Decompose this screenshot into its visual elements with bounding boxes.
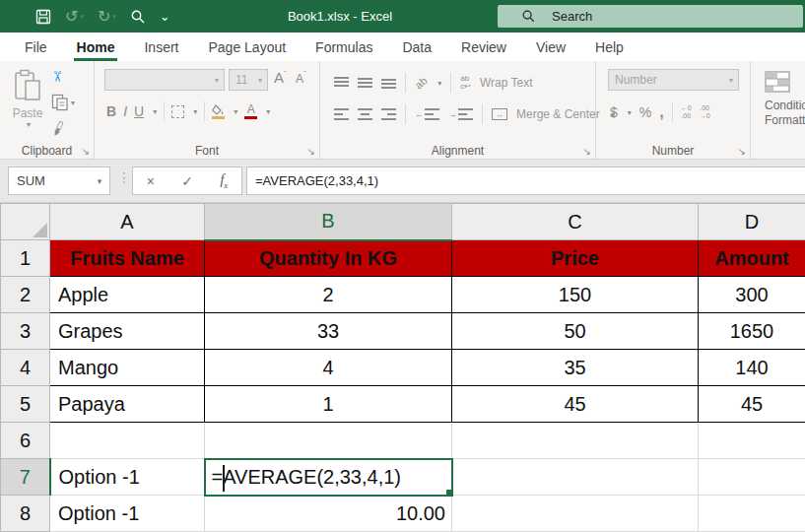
orientation-dropdown-icon[interactable]: ▾: [437, 79, 441, 88]
row-header-5[interactable]: 5: [1, 386, 50, 423]
font-dialog-launcher-icon[interactable]: ↘: [307, 147, 315, 157]
align-left-button[interactable]: [334, 108, 349, 120]
copy-button[interactable]: ▾: [51, 93, 91, 112]
column-header-a[interactable]: A: [50, 204, 205, 240]
borders-dropdown-icon[interactable]: ▾: [193, 107, 197, 116]
number-dialog-launcher-icon[interactable]: ↘: [738, 147, 746, 157]
search-icon[interactable]: [130, 9, 146, 25]
cell-D5[interactable]: 45: [699, 386, 805, 423]
percent-style-button[interactable]: %: [639, 104, 651, 120]
column-header-d[interactable]: D: [699, 204, 805, 240]
cell-A1[interactable]: Fruits Name: [50, 240, 205, 277]
cell-C1[interactable]: Price: [452, 240, 699, 277]
insert-function-button[interactable]: fx: [220, 172, 228, 190]
comma-style-button[interactable]: ,: [659, 103, 663, 121]
cell-C2[interactable]: 150: [452, 277, 699, 313]
save-icon[interactable]: [35, 9, 51, 25]
cell-B4[interactable]: 4: [205, 350, 452, 386]
select-all-button[interactable]: [1, 204, 50, 240]
increase-decimal-button[interactable]: ←0.00: [681, 104, 692, 119]
cell-D4[interactable]: 140: [699, 350, 805, 386]
cell-B5[interactable]: 1: [205, 386, 452, 423]
tab-file[interactable]: File: [10, 33, 62, 61]
formula-bar-drag-handle[interactable]: ⋮: [117, 169, 131, 185]
tab-page-layout[interactable]: Page Layout: [193, 33, 301, 61]
top-align-button[interactable]: [334, 77, 349, 89]
alignment-dialog-launcher-icon[interactable]: ↘: [583, 147, 591, 157]
cell-C4[interactable]: 35: [452, 350, 699, 386]
redo-icon[interactable]: ↻▾: [98, 9, 116, 25]
increase-indent-button[interactable]: →: [448, 108, 473, 120]
cell-C5[interactable]: 45: [452, 386, 699, 423]
cell-A4[interactable]: Mango: [50, 350, 205, 386]
underline-button[interactable]: U: [134, 103, 144, 119]
customize-quick-access-icon[interactable]: ⌄: [160, 10, 170, 23]
cell-A5[interactable]: Papaya: [50, 386, 205, 423]
underline-dropdown-icon[interactable]: ▾: [153, 107, 157, 116]
tab-review[interactable]: Review: [446, 33, 521, 61]
format-painter-button[interactable]: 🖌︎: [51, 118, 91, 138]
cell-D2[interactable]: 300: [699, 277, 805, 313]
cut-button[interactable]: ✂: [51, 67, 91, 87]
wrap-text-button[interactable]: Wrap Text: [480, 76, 533, 90]
tab-data[interactable]: Data: [387, 33, 446, 61]
merge-center-button[interactable]: Merge & Center: [516, 107, 600, 121]
orientation-icon[interactable]: ab: [413, 74, 430, 91]
fill-handle[interactable]: [445, 489, 452, 496]
cell-B8[interactable]: 10.00: [205, 496, 452, 532]
paste-button[interactable]: Paste ▾: [8, 69, 47, 144]
decrease-indent-button[interactable]: ←: [415, 108, 439, 120]
row-header-6[interactable]: 6: [1, 423, 50, 459]
accounting-format-button[interactable]: $: [610, 104, 618, 120]
row-header-8[interactable]: 8: [1, 496, 50, 532]
italic-button[interactable]: I: [123, 103, 127, 119]
tab-view[interactable]: View: [521, 33, 580, 61]
cell-B1[interactable]: Quantity In KG: [205, 240, 452, 277]
bottom-align-button[interactable]: [381, 77, 396, 89]
font-size-combo[interactable]: 11 ▾: [229, 69, 268, 91]
cell-B7-active-editing[interactable]: =AVERAGE(2,33,4,1): [205, 459, 452, 496]
name-box[interactable]: SUM ▾: [8, 166, 110, 195]
tab-help[interactable]: Help: [580, 33, 638, 61]
cell-D1[interactable]: Amount: [699, 240, 805, 277]
column-header-b[interactable]: B: [205, 204, 452, 240]
paste-dropdown-icon[interactable]: ▾: [27, 120, 31, 129]
cell-A6[interactable]: [50, 423, 205, 459]
conditional-formatting-button[interactable]: ConditionalFormatting: [765, 71, 805, 128]
align-center-button[interactable]: [358, 108, 372, 120]
clipboard-dialog-launcher-icon[interactable]: ↘: [82, 147, 90, 157]
font-name-combo[interactable]: ▾: [104, 69, 225, 91]
cell-D6[interactable]: [699, 423, 805, 459]
cell-A7[interactable]: Option -1: [50, 459, 205, 496]
accounting-dropdown-icon[interactable]: ▾: [628, 108, 632, 117]
decrease-decimal-button[interactable]: .00→0: [700, 104, 710, 119]
undo-icon[interactable]: ↺▾: [65, 9, 84, 25]
cell-D7[interactable]: [699, 459, 805, 496]
borders-button[interactable]: [171, 105, 184, 118]
tab-home[interactable]: Home: [62, 33, 130, 61]
fill-color-dropdown-icon[interactable]: ▾: [234, 107, 237, 116]
cell-C3[interactable]: 50: [452, 313, 699, 350]
column-header-c[interactable]: C: [452, 204, 699, 240]
search-box[interactable]: Search: [498, 5, 803, 28]
cell-C8[interactable]: [452, 496, 699, 532]
bold-button[interactable]: B: [106, 103, 116, 119]
font-color-button[interactable]: A: [244, 103, 257, 119]
fill-color-button[interactable]: [212, 104, 225, 119]
cell-B3[interactable]: 33: [205, 313, 452, 350]
row-header-4[interactable]: 4: [1, 350, 50, 386]
cell-D8[interactable]: [699, 496, 805, 532]
number-format-combo[interactable]: Number ▾: [608, 69, 739, 91]
increase-font-size-button[interactable]: Aˆ: [274, 69, 287, 87]
decrease-font-size-button[interactable]: Aˇ: [296, 69, 306, 87]
align-right-button[interactable]: [381, 108, 396, 120]
copy-dropdown-icon[interactable]: ▾: [71, 99, 75, 107]
row-header-1[interactable]: 1: [1, 240, 50, 277]
row-header-7[interactable]: 7: [1, 459, 50, 496]
name-box-dropdown-icon[interactable]: ▾: [90, 176, 109, 186]
middle-align-button[interactable]: [358, 77, 372, 89]
cancel-button[interactable]: ×: [147, 173, 155, 189]
tab-formulas[interactable]: Formulas: [301, 33, 387, 61]
cell-B2[interactable]: 2: [205, 277, 452, 313]
enter-button[interactable]: ✓: [181, 173, 193, 189]
